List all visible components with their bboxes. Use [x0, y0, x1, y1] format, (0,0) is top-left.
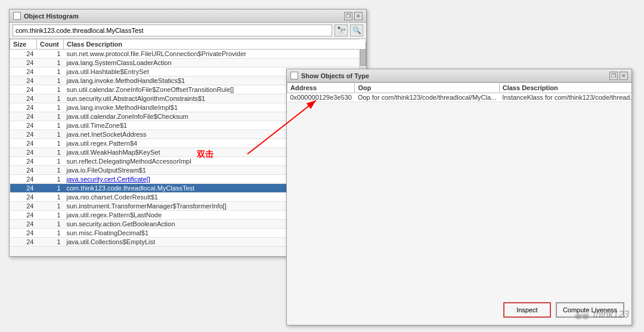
cell-count: 1	[37, 94, 64, 103]
show-objects-window: Show Objects of Type ❐ ✕ Address Oop Cla…	[286, 69, 632, 325]
cell-count: 1	[37, 229, 64, 238]
show-objects-titlebar: Show Objects of Type ❐ ✕	[287, 69, 631, 82]
histogram-titlebar: Object Histogram ❐ ✕	[10, 10, 366, 23]
cell-size: 24	[10, 202, 37, 211]
cell-count: 1	[37, 220, 64, 229]
show-objects-window-controls: ❐ ✕	[609, 72, 628, 80]
histogram-close-btn[interactable]: ✕	[354, 12, 363, 20]
col-header-address: Address	[287, 83, 355, 93]
cell-size: 24	[10, 67, 37, 76]
cell-count: 1	[37, 112, 64, 121]
cell-size: 24	[10, 139, 37, 148]
inspect-button[interactable]: Inspect	[503, 302, 551, 318]
histogram-row[interactable]: 241java.lang.SystemClassLoaderAction	[10, 59, 366, 67]
show-objects-table: Address Oop Class Description 0x00000012…	[287, 82, 631, 102]
cell-size: 24	[10, 193, 37, 202]
cell-size: 24	[10, 130, 37, 139]
show-objects-restore-btn[interactable]: ❐	[609, 72, 618, 80]
watermark-text: think123	[593, 309, 630, 320]
cell-size: 24	[10, 121, 37, 130]
cell-size: 24	[10, 184, 37, 193]
cell-size: 24	[10, 238, 37, 247]
cell-count: 1	[37, 193, 64, 202]
col-header-class-desc: Class Description	[499, 83, 631, 93]
col-header-oop: Oop	[355, 83, 499, 93]
cell-oop: Oop for com/think123/code/threadlocal/My…	[355, 93, 499, 102]
cell-size: 24	[10, 85, 37, 94]
cell-count: 1	[37, 76, 64, 85]
cell-count: 1	[37, 175, 64, 184]
histogram-restore-btn[interactable]: ❐	[344, 12, 352, 20]
cell-size: 24	[10, 229, 37, 238]
histogram-title-text: Object Histogram	[24, 13, 79, 20]
cell-size: 24	[10, 211, 37, 220]
cell-size: 24	[10, 103, 37, 112]
histogram-window-controls: ❐ ✕	[344, 12, 363, 20]
show-objects-title-text: Show Objects of Type	[301, 72, 369, 79]
cell-count: 1	[37, 247, 64, 247]
cell-size: 24	[10, 59, 37, 67]
show-objects-row[interactable]: 0x000000129e3e530Oop for com/think123/co…	[287, 93, 632, 102]
col-header-count: Count	[37, 39, 64, 50]
cell-count: 1	[37, 157, 64, 166]
watermark: think123	[574, 308, 630, 321]
histogram-title-icon	[13, 12, 21, 20]
cell-count: 1	[37, 50, 64, 59]
search-icon-btn[interactable]: 🔍	[350, 24, 363, 36]
histogram-title-area: Object Histogram	[13, 12, 79, 20]
cell-count: 1	[37, 166, 64, 175]
cell-size: 24	[10, 157, 37, 166]
cell-count: 1	[37, 139, 64, 148]
svg-point-4	[576, 315, 581, 318]
show-objects-close-btn[interactable]: ✕	[620, 72, 628, 80]
watermark-logo-icon	[574, 308, 590, 321]
cell-count: 1	[37, 59, 64, 67]
cell-size: 24	[10, 247, 37, 247]
cell-desc: sun.net.www.protocol.file.FileURLConnect…	[64, 50, 366, 59]
show-objects-table-container[interactable]: Address Oop Class Description 0x00000012…	[287, 82, 631, 281]
cell-count: 1	[37, 103, 64, 112]
cell-count: 1	[37, 148, 64, 157]
col-header-size: Size	[10, 39, 37, 50]
col-header-desc: Class Description	[64, 39, 366, 50]
histogram-row[interactable]: 241sun.net.www.protocol.file.FileURLConn…	[10, 50, 366, 59]
show-objects-title-icon	[290, 72, 298, 79]
cell-size: 24	[10, 148, 37, 157]
histogram-search-input[interactable]	[13, 24, 332, 36]
cell-count: 1	[37, 202, 64, 211]
cell-size: 24	[10, 166, 37, 175]
histogram-toolbar: 🔭 🔍	[10, 23, 366, 39]
cell-size: 24	[10, 50, 37, 59]
binoculars-icon-btn[interactable]: 🔭	[335, 24, 348, 36]
cell-count: 1	[37, 121, 64, 130]
cell-count: 1	[37, 184, 64, 193]
cell-class-desc: InstanceKlass for com/think123/code/thre…	[499, 93, 631, 102]
cell-size: 24	[10, 76, 37, 85]
cell-count: 1	[37, 238, 64, 247]
cell-size: 24	[10, 94, 37, 103]
cell-count: 1	[37, 130, 64, 139]
cell-size: 24	[10, 220, 37, 229]
cell-count: 1	[37, 211, 64, 220]
cell-address: 0x000000129e3e530	[287, 93, 355, 102]
cell-size: 24	[10, 112, 37, 121]
cell-desc: java.lang.SystemClassLoaderAction	[64, 59, 366, 67]
show-objects-title-area: Show Objects of Type	[290, 72, 369, 79]
svg-point-5	[583, 315, 588, 318]
cell-count: 1	[37, 67, 64, 76]
cell-count: 1	[37, 85, 64, 94]
cell-size: 24	[10, 175, 37, 184]
